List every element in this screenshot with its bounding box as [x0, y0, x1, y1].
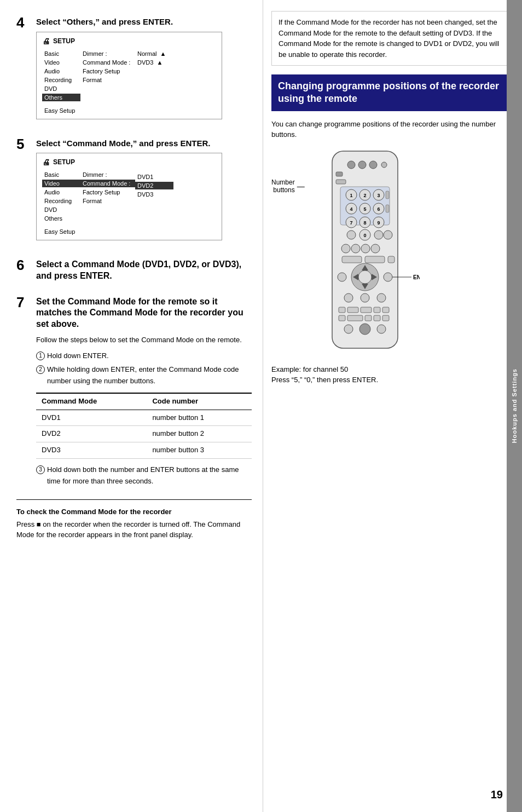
command-mode-table: Command Mode Code number DVD1 number but… [36, 393, 252, 459]
list-item: DVD3 [135, 191, 173, 198]
setup-box-4: 🖨 SETUP Basic Video Audio Recording DVD … [36, 32, 222, 119]
table-col2-header: Code number [147, 393, 252, 410]
page-number: 19 [491, 788, 503, 801]
list-item: Video [42, 59, 80, 66]
svg-rect-61 [374, 315, 380, 321]
number-buttons-text: Numberbuttons [271, 178, 295, 194]
list-item: Video [42, 180, 80, 187]
substep-3-num: 3 [36, 465, 45, 474]
right-body-text: You can change programme positions of th… [271, 119, 511, 140]
setup-icon-5: 🖨 [42, 158, 50, 166]
list-item: Factory Setup [80, 188, 135, 196]
step-5-content: Select “Command Mode,” and press ENTER. … [36, 138, 252, 250]
svg-rect-38 [365, 256, 385, 263]
svg-point-48 [338, 273, 346, 281]
step-6-number: 6 [16, 258, 36, 272]
step-7-body: Follow the steps below to set the Comman… [36, 335, 252, 345]
list-item: Others [42, 215, 80, 222]
svg-rect-14 [386, 191, 389, 199]
substep-1: 1 Hold down ENTER. [36, 350, 252, 362]
table-row: DVD1 number button 1 [36, 410, 252, 426]
page: 4 Select “Others,” and press ENTER. 🖨 SE… [0, 0, 522, 812]
arrow-right-icon: — [297, 182, 305, 191]
svg-point-63 [344, 325, 353, 333]
step-4-content: Select “Others,” and press ENTER. 🖨 SETU… [36, 16, 252, 128]
svg-point-31 [374, 231, 383, 239]
step-4: 4 Select “Others,” and press ENTER. 🖨 SE… [16, 16, 252, 128]
section-heading: Changing programme positions of the reco… [271, 74, 511, 111]
setup-col5-right: DVD1 DVD2 DVD3 [135, 171, 173, 235]
svg-point-64 [359, 324, 370, 335]
list-item: DVD [42, 206, 80, 214]
svg-point-34 [351, 244, 360, 253]
list-item: Dimmer : [80, 171, 135, 178]
svg-text:2: 2 [363, 193, 366, 198]
list-item: Format [80, 76, 135, 84]
step-7-number: 7 [16, 295, 36, 309]
substep-1-num: 1 [36, 352, 45, 360]
setup-table-4: Basic Video Audio Recording DVD Others E… [42, 50, 216, 114]
svg-rect-56 [374, 307, 380, 313]
svg-text:ENTER: ENTER [413, 274, 420, 280]
step-6-title: Select a Command Mode (DVD1, DVD2, or DV… [36, 259, 252, 282]
svg-text:6: 6 [377, 206, 380, 212]
svg-rect-62 [382, 315, 389, 321]
setup-header-4: 🖨 SETUP [42, 37, 216, 45]
example-line2: Press “5,” “0,” then press ENTER. [271, 376, 378, 384]
table-cell-code: number button 2 [147, 426, 252, 442]
svg-point-33 [341, 244, 350, 253]
check-section: To check the Command Mode for the record… [16, 499, 252, 540]
substep-3: 3 Hold down both the number and ENTER bu… [36, 464, 252, 487]
list-item: Audio [42, 67, 80, 75]
section-heading-text: Changing programme positions of the reco… [278, 80, 499, 104]
list-item: Basic [42, 50, 80, 57]
list-item: Others [42, 94, 80, 101]
list-item [135, 171, 173, 172]
table-cell-mode: DVD3 [36, 442, 147, 459]
list-item: DVD3 ▲ [135, 59, 173, 66]
step-5: 5 Select “Command Mode,” and press ENTER… [16, 138, 252, 250]
remote-illustration: 1 2 3 4 5 6 [310, 146, 420, 354]
right-column: If the Command Mode for the recorder has… [263, 0, 522, 812]
step-5-title: Select “Command Mode,” and press ENTER. [36, 138, 252, 149]
substep-1-text: Hold down ENTER. [47, 350, 109, 362]
svg-rect-58 [339, 315, 345, 321]
step-5-number: 5 [16, 137, 36, 151]
svg-text:7: 7 [350, 220, 352, 226]
list-item: Audio [42, 188, 80, 196]
svg-rect-55 [361, 307, 372, 313]
left-column: 4 Select “Others,” and press ENTER. 🖨 SE… [0, 0, 263, 812]
setup-col5-left: Basic Video Audio Recording DVD Others E… [42, 171, 80, 235]
remote-label-col: Numberbuttons — [271, 146, 305, 194]
list-item: DVD1 [135, 173, 173, 181]
sidebar-label: Hookups and Settings [511, 368, 518, 443]
setup-col-mid-4: Dimmer : Command Mode : Factory Setup Fo… [80, 50, 135, 114]
svg-point-49 [384, 273, 392, 281]
step-7-substeps: Follow the steps below to set the Comman… [36, 335, 252, 487]
svg-rect-5 [336, 172, 343, 176]
list-item: Command Mode : [80, 180, 135, 187]
list-item: Easy Setup [42, 107, 80, 114]
svg-point-2 [358, 161, 366, 169]
svg-point-4 [381, 162, 387, 168]
list-item: Dimmer : [80, 50, 135, 57]
svg-point-28 [347, 231, 356, 239]
setup-col5-mid: Dimmer : Command Mode : Factory Setup Fo… [80, 171, 135, 235]
check-title: To check the Command Mode for the record… [16, 508, 252, 516]
svg-rect-37 [342, 256, 362, 263]
svg-point-3 [369, 161, 377, 169]
info-box: If the Command Mode for the recorder has… [271, 11, 511, 66]
setup-header-5: 🖨 SETUP [42, 158, 216, 166]
svg-rect-54 [347, 307, 358, 313]
svg-text:5: 5 [363, 206, 366, 212]
list-item: Recording [42, 197, 80, 205]
table-cell-mode: DVD1 [36, 410, 147, 426]
remote-svg: 1 2 3 4 5 6 [310, 146, 511, 355]
table-cell-mode: DVD2 [36, 426, 147, 442]
check-body: Press ■ on the recorder when the recorde… [16, 519, 252, 540]
substep-2: 2 While holding down ENTER, enter the Co… [36, 364, 252, 387]
list-item: DVD [42, 85, 80, 93]
list-item: Basic [42, 171, 80, 178]
step-7-title: Set the Command Mode for the remote so i… [36, 296, 252, 330]
table-col1-header: Command Mode [36, 393, 147, 410]
